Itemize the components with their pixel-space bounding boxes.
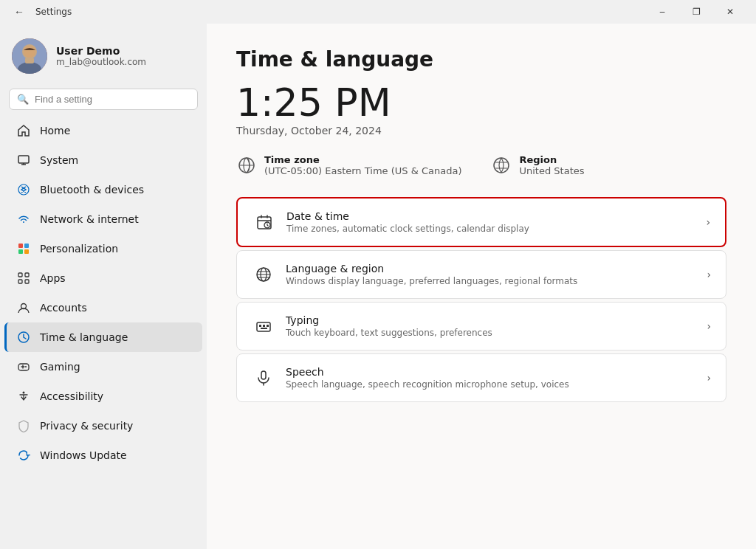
sidebar-item-accounts-label: Accounts — [40, 302, 87, 314]
sidebar-item-apps[interactable]: Apps — [4, 263, 202, 293]
user-email: m_lab@outlook.com — [56, 57, 146, 67]
date-display: Thursday, October 24, 2024 — [236, 125, 726, 137]
date-time-chevron: › — [706, 216, 710, 228]
search-icon: 🔍 — [17, 94, 29, 105]
home-icon — [16, 123, 31, 138]
timezone-info: Time zone (UTC-05:00) Eastern Time (US &… — [236, 154, 461, 176]
settings-item-typing[interactable]: Typing Touch keyboard, text suggestions,… — [236, 302, 726, 351]
svg-rect-12 — [25, 273, 29, 277]
sidebar-item-personalization[interactable]: Personalization — [4, 234, 202, 263]
date-time-desc: Time zones, automatic clock settings, ca… — [286, 224, 706, 234]
search-box[interactable]: 🔍 — [9, 89, 198, 110]
timezone-label: Time zone — [264, 154, 461, 165]
region-label: Region — [519, 154, 584, 165]
maximize-button[interactable]: ❐ — [679, 0, 713, 24]
settings-item-language-region[interactable]: Language & region Windows display langua… — [236, 250, 726, 299]
sidebar-item-home[interactable]: Home — [4, 116, 202, 145]
language-region-title: Language & region — [286, 263, 707, 274]
svg-rect-14 — [25, 280, 29, 283]
typing-desc: Touch keyboard, text suggestions, prefer… — [286, 328, 707, 338]
typing-icon — [252, 314, 275, 338]
svg-rect-7 — [18, 244, 23, 248]
timezone-text: Time zone (UTC-05:00) Eastern Time (US &… — [264, 154, 461, 176]
sidebar: User Demo m_lab@outlook.com 🔍 Home — [0, 24, 207, 549]
sidebar-item-windows-update[interactable]: Windows Update — [4, 441, 202, 470]
user-name: User Demo — [56, 45, 146, 57]
sidebar-item-accounts[interactable]: Accounts — [4, 293, 202, 322]
svg-rect-11 — [18, 273, 22, 277]
language-region-desc: Windows display language, preferred lang… — [286, 276, 707, 286]
personalization-icon — [16, 241, 31, 256]
svg-rect-31 — [261, 328, 267, 329]
window-title: Settings — [35, 7, 72, 17]
settings-item-date-time[interactable]: Date & time Time zones, automatic clock … — [236, 197, 726, 247]
timezone-value: (UTC-05:00) Eastern Time (US & Canada) — [264, 165, 461, 176]
close-button[interactable]: ✕ — [713, 0, 747, 24]
region-info: Region United States — [491, 154, 584, 176]
sidebar-item-apps-label: Apps — [40, 272, 66, 284]
sidebar-item-home-label: Home — [40, 125, 70, 137]
sidebar-item-privacy-security[interactable]: Privacy & security — [4, 411, 202, 441]
minimize-button[interactable]: – — [645, 0, 679, 24]
svg-point-22 — [494, 158, 509, 173]
update-icon — [16, 448, 31, 463]
system-icon — [16, 153, 31, 168]
language-icon — [252, 263, 275, 286]
sidebar-item-time-language[interactable]: Time & language — [4, 322, 202, 352]
speech-icon — [252, 366, 275, 390]
svg-rect-4 — [25, 58, 34, 63]
back-button[interactable]: ← — [9, 1, 30, 22]
sidebar-item-windows-update-label: Windows Update — [40, 449, 127, 461]
user-info: User Demo m_lab@outlook.com — [56, 45, 146, 67]
title-bar-left: ← Settings — [9, 1, 72, 22]
region-icon — [491, 155, 512, 176]
svg-point-18 — [25, 366, 27, 367]
sidebar-item-time-language-label: Time & language — [40, 331, 128, 343]
svg-rect-30 — [267, 325, 269, 327]
svg-rect-8 — [24, 244, 29, 248]
title-bar: ← Settings – ❐ ✕ — [0, 0, 756, 24]
svg-rect-13 — [18, 280, 22, 283]
apps-icon — [16, 271, 31, 286]
svg-rect-28 — [259, 325, 261, 327]
sidebar-item-system-label: System — [40, 154, 78, 166]
speech-chevron: › — [707, 372, 711, 384]
typing-text: Typing Touch keyboard, text suggestions,… — [286, 314, 707, 338]
sidebar-item-accessibility[interactable]: Accessibility — [4, 381, 202, 411]
language-region-chevron: › — [707, 269, 711, 280]
settings-list: Date & time Time zones, automatic clock … — [236, 197, 726, 402]
accounts-icon — [16, 300, 31, 315]
svg-rect-9 — [18, 249, 23, 254]
svg-rect-10 — [24, 249, 29, 254]
gaming-icon — [16, 359, 31, 374]
language-region-text: Language & region Windows display langua… — [286, 263, 707, 286]
svg-point-3 — [24, 46, 35, 58]
date-time-title: Date & time — [286, 210, 706, 222]
svg-point-6 — [18, 184, 29, 195]
bluetooth-icon — [16, 182, 31, 197]
speech-text: Speech Speech language, speech recogniti… — [286, 366, 707, 390]
network-icon — [16, 212, 31, 227]
sidebar-item-system[interactable]: System — [4, 145, 202, 175]
timezone-icon — [236, 155, 257, 176]
sidebar-item-gaming[interactable]: Gaming — [4, 352, 202, 381]
sidebar-item-personalization-label: Personalization — [40, 243, 118, 255]
svg-rect-32 — [261, 371, 266, 379]
sidebar-item-bluetooth-label: Bluetooth & devices — [40, 184, 144, 196]
typing-chevron: › — [707, 320, 711, 332]
svg-rect-5 — [18, 156, 29, 163]
sidebar-item-network[interactable]: Network & internet — [4, 204, 202, 234]
main-content: Time & language 1:25 PM Thursday, Octobe… — [207, 24, 756, 549]
time-display: 1:25 PM — [236, 83, 726, 122]
sidebar-item-network-label: Network & internet — [40, 213, 139, 225]
info-bar: Time zone (UTC-05:00) Eastern Time (US &… — [236, 154, 726, 176]
typing-title: Typing — [286, 314, 707, 326]
privacy-icon — [16, 418, 31, 433]
speech-title: Speech — [286, 366, 707, 378]
settings-item-speech[interactable]: Speech Speech language, speech recogniti… — [236, 353, 726, 402]
app-container: User Demo m_lab@outlook.com 🔍 Home — [0, 24, 756, 549]
sidebar-item-accessibility-label: Accessibility — [40, 390, 103, 402]
region-text: Region United States — [519, 154, 584, 176]
sidebar-item-bluetooth[interactable]: Bluetooth & devices — [4, 175, 202, 204]
search-input[interactable] — [35, 94, 190, 105]
